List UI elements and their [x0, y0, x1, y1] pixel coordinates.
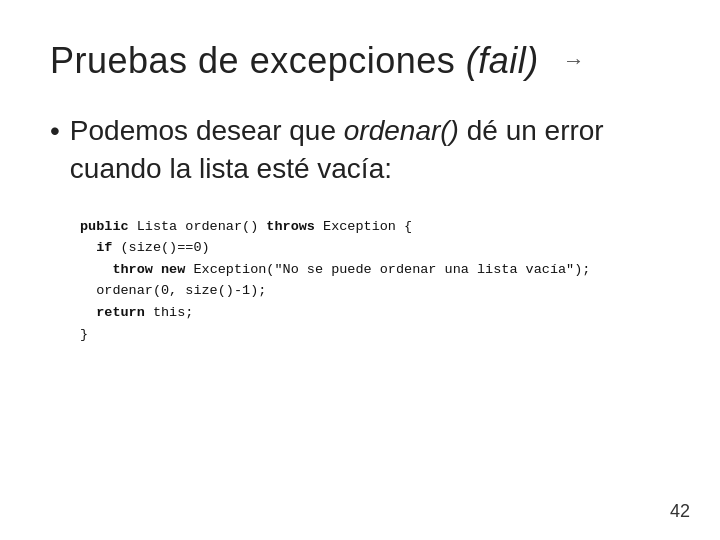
code-line-1: public Lista ordenar() throws Exception …	[80, 216, 670, 238]
bullet-text-prefix: Podemos desear que	[70, 115, 344, 146]
code-line-2: if (size()==0)	[80, 237, 670, 259]
arrow-icon: →	[563, 48, 585, 74]
code-block: public Lista ordenar() throws Exception …	[80, 208, 670, 354]
code-line-3: throw new Exception("No se puede ordenar…	[80, 259, 670, 281]
code-line-4: ordenar(0, size()-1);	[80, 280, 670, 302]
bullet-italic: ordenar()	[344, 115, 459, 146]
title-prefix: Pruebas de excepciones	[50, 40, 466, 81]
page-number: 42	[670, 501, 690, 522]
bullet-dot: •	[50, 112, 60, 150]
bullet-item: • Podemos desear que ordenar() dé un err…	[50, 112, 670, 188]
code-line-5: return this;	[80, 302, 670, 324]
slide-title: Pruebas de excepciones (fail)	[50, 40, 539, 82]
bullet-section: • Podemos desear que ordenar() dé un err…	[50, 112, 670, 188]
slide: Pruebas de excepciones (fail) → • Podemo…	[0, 0, 720, 540]
title-italic: (fail)	[466, 40, 539, 81]
bullet-text: Podemos desear que ordenar() dé un error…	[70, 112, 604, 188]
code-line-6: }	[80, 324, 670, 346]
title-row: Pruebas de excepciones (fail) →	[50, 40, 670, 82]
